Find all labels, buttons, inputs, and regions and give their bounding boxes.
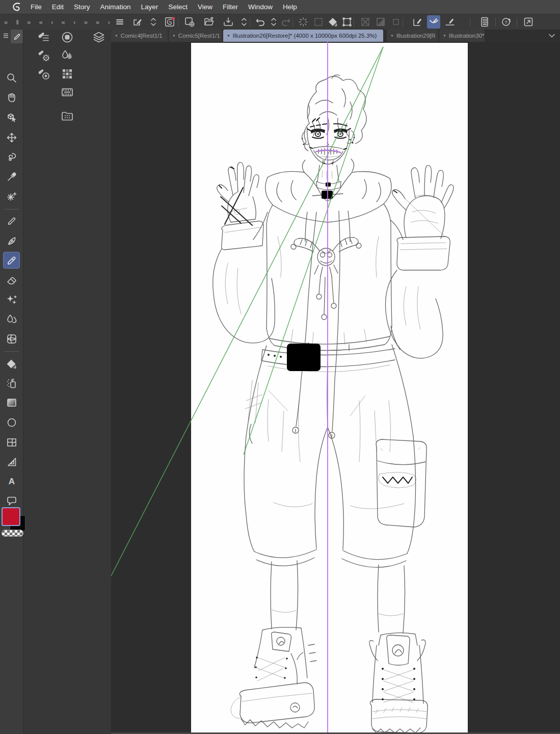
tab-label: Illustration26[Restore]* (4000 x 10000px… bbox=[233, 33, 377, 39]
color-set-palette-icon[interactable] bbox=[61, 67, 74, 81]
tab-illustration26-active[interactable]: ● Illustration26[Restore]* (4000 x 10000… bbox=[223, 30, 383, 42]
material-palette-icon[interactable] bbox=[61, 109, 74, 122]
timeline-palette-icon[interactable] bbox=[61, 86, 74, 99]
object-updown-icon[interactable] bbox=[147, 15, 160, 29]
main-menu-icon[interactable] bbox=[113, 15, 126, 29]
menu-window[interactable]: Window bbox=[243, 0, 278, 14]
tool-palette: A bbox=[0, 30, 23, 734]
zoom-tool-icon[interactable] bbox=[5, 71, 18, 85]
ellipse-tool-icon[interactable] bbox=[5, 416, 18, 429]
tool-palette-menu-icon[interactable] bbox=[3, 32, 9, 41]
object-edit-icon[interactable] bbox=[131, 15, 144, 29]
clip-studio-icon[interactable] bbox=[163, 15, 176, 29]
select-area-icon[interactable] bbox=[312, 15, 325, 29]
collapse-left-icon[interactable]: « bbox=[4, 18, 8, 26]
collapse-left-icon[interactable]: « bbox=[62, 18, 65, 26]
snap-to-ruler-icon[interactable] bbox=[411, 15, 424, 29]
ruler-tool-icon[interactable] bbox=[5, 455, 18, 468]
menu-layer[interactable]: Layer bbox=[136, 0, 164, 14]
gradient-tool-icon[interactable] bbox=[5, 396, 18, 409]
layer-palette-icon[interactable] bbox=[92, 31, 105, 44]
splitter-icon[interactable]: ‖ bbox=[16, 18, 18, 26]
expand-icon[interactable]: › bbox=[108, 18, 110, 26]
mask-off-icon[interactable] bbox=[374, 15, 387, 29]
tab-comic4[interactable]: ● Comic4[Rest1/1 bbox=[111, 30, 168, 42]
marker-tool-icon[interactable] bbox=[5, 254, 18, 267]
fill-tool-icon[interactable] bbox=[5, 357, 18, 371]
expand-right-icon[interactable]: » bbox=[84, 18, 88, 26]
numeric-pad-icon[interactable] bbox=[478, 15, 491, 29]
collapse-left-icon[interactable]: « bbox=[96, 18, 99, 26]
move-layer-tool-icon[interactable] bbox=[5, 131, 18, 144]
snap-to-special-ruler-icon[interactable] bbox=[427, 15, 440, 29]
quick-access-palette-icon[interactable] bbox=[61, 31, 74, 44]
figure-tool-icon[interactable] bbox=[5, 332, 18, 346]
menu-view[interactable]: View bbox=[193, 0, 218, 14]
tab-overflow-chevron-down-icon[interactable] bbox=[548, 32, 556, 42]
help-guide-icon[interactable]: ? bbox=[499, 15, 513, 29]
save-icon[interactable] bbox=[222, 15, 235, 29]
hand-tool-icon[interactable] bbox=[5, 91, 18, 104]
frame-border-tool-icon[interactable] bbox=[5, 436, 18, 449]
divider bbox=[178, 18, 178, 27]
fill-shape-icon[interactable] bbox=[326, 15, 339, 29]
perspective-guide-line[interactable] bbox=[111, 47, 383, 576]
menu-file[interactable]: File bbox=[25, 0, 47, 14]
transparent-color-swatch[interactable] bbox=[2, 530, 23, 537]
menu-help[interactable]: Help bbox=[278, 0, 302, 14]
expand-icon[interactable]: › bbox=[73, 18, 75, 26]
eyedropper-tool-icon[interactable] bbox=[5, 170, 18, 184]
decoration-tool-icon[interactable] bbox=[5, 293, 18, 306]
tab-illustration29[interactable]: ● Illustration29[R bbox=[387, 30, 438, 42]
color-mix-palette-icon[interactable] bbox=[61, 49, 74, 62]
transform-frame-icon[interactable] bbox=[340, 15, 354, 29]
new-canvas-icon[interactable] bbox=[183, 15, 196, 29]
undo-updown-icon[interactable] bbox=[267, 15, 280, 29]
menu-animation[interactable]: Animation bbox=[95, 0, 136, 14]
blend-tool-icon[interactable] bbox=[5, 312, 18, 326]
text-tool-icon[interactable]: A bbox=[5, 475, 18, 488]
lasso-tool-icon[interactable] bbox=[5, 150, 18, 164]
command-bar: « ‖ » « › « › » « › bbox=[0, 14, 560, 30]
redo-icon[interactable] bbox=[279, 15, 292, 29]
selection-off-icon[interactable] bbox=[389, 15, 403, 29]
open-file-icon[interactable] bbox=[202, 15, 216, 29]
operation-tool-icon[interactable] bbox=[5, 111, 18, 124]
menu-select[interactable]: Select bbox=[163, 0, 193, 14]
menu-story[interactable]: Story bbox=[69, 0, 95, 14]
tab-illustration30[interactable]: ● Illustration30* bbox=[439, 30, 485, 42]
sub-tool-palette-icon[interactable] bbox=[37, 31, 50, 44]
menu-edit[interactable]: Edit bbox=[47, 0, 69, 14]
clip-studio-paint-logo-icon bbox=[11, 2, 22, 13]
snap-to-grid-icon[interactable] bbox=[443, 15, 457, 29]
divider bbox=[354, 18, 354, 27]
eraser-tool-icon[interactable] bbox=[5, 273, 18, 286]
divider bbox=[250, 18, 250, 27]
refresh-spinner-icon[interactable] bbox=[297, 15, 310, 29]
perspective-guide-line[interactable] bbox=[244, 47, 383, 455]
tab-modified-dot: ● bbox=[443, 34, 446, 38]
tool-property-palette-icon[interactable] bbox=[37, 49, 50, 62]
active-tool-pencil-button[interactable] bbox=[11, 30, 23, 43]
divider bbox=[517, 18, 517, 27]
balloon-tool-icon[interactable] bbox=[5, 494, 18, 508]
undo-icon[interactable] bbox=[254, 15, 267, 29]
canvas-area[interactable] bbox=[111, 42, 560, 734]
expand-icon[interactable]: › bbox=[51, 18, 53, 26]
menu-filter[interactable]: Filter bbox=[218, 0, 243, 14]
pencil-tool-icon[interactable] bbox=[5, 214, 18, 227]
foreground-color-swatch[interactable] bbox=[2, 507, 20, 526]
expand-right-icon[interactable]: » bbox=[27, 18, 31, 26]
tab-comic5[interactable]: ● Comic5[Rest1/1 bbox=[169, 30, 222, 42]
fullscreen-icon[interactable] bbox=[522, 15, 535, 29]
save-updown-icon[interactable] bbox=[237, 15, 251, 29]
divider bbox=[4, 351, 19, 352]
tab-label: Comic4[Rest1/1 bbox=[121, 33, 163, 39]
auto-select-tool-icon[interactable] bbox=[5, 190, 18, 203]
brush-size-palette-icon[interactable] bbox=[37, 67, 50, 81]
tab-label: Comic5[Rest1/1 bbox=[178, 33, 220, 39]
airbrush-tool-icon[interactable] bbox=[5, 377, 18, 390]
symmetry-off-icon[interactable] bbox=[359, 15, 372, 29]
collapse-left-icon[interactable]: « bbox=[39, 18, 43, 26]
pen-tool-icon[interactable] bbox=[5, 234, 18, 248]
